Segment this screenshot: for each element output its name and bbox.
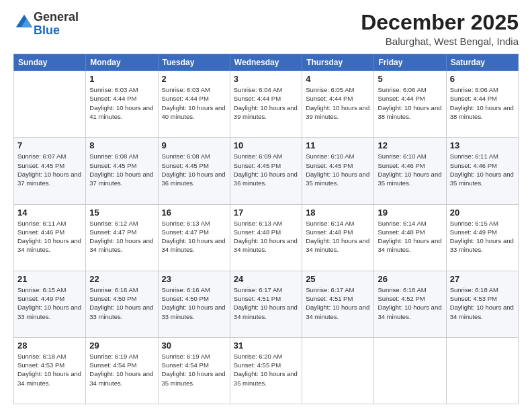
- calendar-cell: 31Sunrise: 6:20 AMSunset: 4:55 PMDayligh…: [230, 337, 302, 404]
- day-number: 21: [17, 274, 82, 284]
- calendar-cell: 10Sunrise: 6:09 AMSunset: 4:45 PMDayligh…: [230, 138, 302, 204]
- calendar-cell: 19Sunrise: 6:14 AMSunset: 4:48 PMDayligh…: [374, 204, 446, 271]
- calendar-cell: 15Sunrise: 6:12 AMSunset: 4:47 PMDayligh…: [86, 204, 158, 271]
- calendar-header-thursday: Thursday: [302, 54, 374, 71]
- day-info: Sunrise: 6:14 AMSunset: 4:48 PMDaylight:…: [378, 219, 442, 255]
- day-number: 17: [234, 208, 298, 218]
- calendar-cell: 17Sunrise: 6:13 AMSunset: 4:48 PMDayligh…: [230, 204, 302, 271]
- logo-blue-text: Blue: [34, 24, 60, 37]
- calendar-cell: 4Sunrise: 6:05 AMSunset: 4:44 PMDaylight…: [302, 71, 374, 138]
- day-info: Sunrise: 6:12 AMSunset: 4:47 PMDaylight:…: [89, 219, 154, 255]
- day-info: Sunrise: 6:19 AMSunset: 4:54 PMDaylight:…: [162, 352, 226, 387]
- day-number: 11: [306, 140, 370, 150]
- calendar-cell: 29Sunrise: 6:19 AMSunset: 4:54 PMDayligh…: [86, 337, 158, 404]
- calendar-header-monday: Monday: [86, 54, 158, 71]
- logo-icon: [15, 13, 34, 32]
- day-info: Sunrise: 6:11 AMSunset: 4:46 PMDaylight:…: [450, 152, 515, 187]
- calendar-cell: 16Sunrise: 6:13 AMSunset: 4:47 PMDayligh…: [158, 204, 230, 271]
- calendar-cell: 3Sunrise: 6:04 AMSunset: 4:44 PMDaylight…: [230, 71, 302, 138]
- calendar-cell: 11Sunrise: 6:10 AMSunset: 4:45 PMDayligh…: [302, 138, 374, 204]
- day-info: Sunrise: 6:18 AMSunset: 4:53 PMDaylight:…: [450, 285, 515, 321]
- header: General Blue December 2025 Balurghat, We…: [13, 11, 519, 47]
- day-info: Sunrise: 6:09 AMSunset: 4:45 PMDaylight:…: [234, 152, 298, 187]
- day-info: Sunrise: 6:16 AMSunset: 4:50 PMDaylight:…: [89, 285, 154, 321]
- calendar-cell: [374, 337, 446, 404]
- day-number: 26: [378, 274, 442, 284]
- calendar-table: SundayMondayTuesdayWednesdayThursdayFrid…: [13, 54, 519, 404]
- day-number: 7: [17, 140, 82, 150]
- day-info: Sunrise: 6:08 AMSunset: 4:45 PMDaylight:…: [89, 152, 154, 187]
- day-number: 31: [234, 340, 298, 351]
- calendar-cell: 24Sunrise: 6:17 AMSunset: 4:51 PMDayligh…: [230, 271, 302, 337]
- day-number: 18: [306, 208, 370, 218]
- calendar-cell: [446, 337, 518, 404]
- calendar-week-2: 7Sunrise: 6:07 AMSunset: 4:45 PMDaylight…: [14, 138, 519, 204]
- day-info: Sunrise: 6:07 AMSunset: 4:45 PMDaylight:…: [17, 152, 82, 187]
- day-number: 9: [162, 140, 226, 150]
- day-info: Sunrise: 6:08 AMSunset: 4:45 PMDaylight:…: [162, 152, 226, 187]
- day-info: Sunrise: 6:18 AMSunset: 4:53 PMDaylight:…: [17, 352, 82, 387]
- day-info: Sunrise: 6:13 AMSunset: 4:47 PMDaylight:…: [162, 219, 226, 255]
- day-number: 2: [162, 74, 226, 84]
- calendar-header-sunday: Sunday: [14, 54, 86, 71]
- day-number: 29: [89, 340, 154, 351]
- calendar-cell: 22Sunrise: 6:16 AMSunset: 4:50 PMDayligh…: [86, 271, 158, 337]
- day-info: Sunrise: 6:19 AMSunset: 4:54 PMDaylight:…: [89, 352, 154, 387]
- day-number: 5: [378, 74, 442, 84]
- day-info: Sunrise: 6:15 AMSunset: 4:49 PMDaylight:…: [450, 219, 515, 255]
- day-number: 14: [17, 208, 82, 218]
- calendar-cell: 12Sunrise: 6:10 AMSunset: 4:46 PMDayligh…: [374, 138, 446, 204]
- calendar-header-saturday: Saturday: [446, 54, 518, 71]
- day-number: 30: [162, 340, 226, 351]
- day-info: Sunrise: 6:16 AMSunset: 4:50 PMDaylight:…: [162, 285, 226, 321]
- calendar-week-5: 28Sunrise: 6:18 AMSunset: 4:53 PMDayligh…: [14, 337, 519, 404]
- day-info: Sunrise: 6:14 AMSunset: 4:48 PMDaylight:…: [306, 219, 370, 255]
- title-month: December 2025: [361, 11, 519, 34]
- day-info: Sunrise: 6:03 AMSunset: 4:44 PMDaylight:…: [89, 85, 154, 121]
- day-number: 6: [450, 74, 515, 84]
- calendar-cell: 30Sunrise: 6:19 AMSunset: 4:54 PMDayligh…: [158, 337, 230, 404]
- calendar-week-3: 14Sunrise: 6:11 AMSunset: 4:46 PMDayligh…: [14, 204, 519, 271]
- calendar-cell: [302, 337, 374, 404]
- calendar-header-tuesday: Tuesday: [158, 54, 230, 71]
- calendar-cell: 27Sunrise: 6:18 AMSunset: 4:53 PMDayligh…: [446, 271, 518, 337]
- day-info: Sunrise: 6:10 AMSunset: 4:46 PMDaylight:…: [378, 152, 442, 187]
- calendar-header-wednesday: Wednesday: [230, 54, 302, 71]
- day-number: 25: [306, 274, 370, 284]
- day-number: 12: [378, 140, 442, 150]
- day-number: 15: [89, 208, 154, 218]
- calendar-cell: 13Sunrise: 6:11 AMSunset: 4:46 PMDayligh…: [446, 138, 518, 204]
- day-number: 20: [450, 208, 515, 218]
- calendar-cell: 2Sunrise: 6:03 AMSunset: 4:44 PMDaylight…: [158, 71, 230, 138]
- day-number: 4: [306, 74, 370, 84]
- day-number: 19: [378, 208, 442, 218]
- calendar-cell: 5Sunrise: 6:06 AMSunset: 4:44 PMDaylight…: [374, 71, 446, 138]
- day-info: Sunrise: 6:10 AMSunset: 4:45 PMDaylight:…: [306, 152, 370, 187]
- calendar-cell: 20Sunrise: 6:15 AMSunset: 4:49 PMDayligh…: [446, 204, 518, 271]
- day-info: Sunrise: 6:03 AMSunset: 4:44 PMDaylight:…: [162, 85, 226, 121]
- calendar-header-row: SundayMondayTuesdayWednesdayThursdayFrid…: [14, 54, 519, 71]
- logo-general-text: General: [34, 10, 79, 24]
- day-info: Sunrise: 6:17 AMSunset: 4:51 PMDaylight:…: [234, 285, 298, 321]
- calendar-week-4: 21Sunrise: 6:15 AMSunset: 4:49 PMDayligh…: [14, 271, 519, 337]
- calendar-cell: 28Sunrise: 6:18 AMSunset: 4:53 PMDayligh…: [14, 337, 86, 404]
- day-info: Sunrise: 6:06 AMSunset: 4:44 PMDaylight:…: [450, 85, 515, 121]
- calendar-cell: 6Sunrise: 6:06 AMSunset: 4:44 PMDaylight…: [446, 71, 518, 138]
- day-info: Sunrise: 6:06 AMSunset: 4:44 PMDaylight:…: [378, 85, 442, 121]
- day-number: 16: [162, 208, 226, 218]
- day-number: 24: [234, 274, 298, 284]
- day-number: 22: [89, 274, 154, 284]
- calendar-week-1: 1Sunrise: 6:03 AMSunset: 4:44 PMDaylight…: [14, 71, 519, 138]
- calendar-cell: 7Sunrise: 6:07 AMSunset: 4:45 PMDaylight…: [14, 138, 86, 204]
- day-info: Sunrise: 6:20 AMSunset: 4:55 PMDaylight:…: [234, 352, 298, 387]
- calendar-cell: 26Sunrise: 6:18 AMSunset: 4:52 PMDayligh…: [374, 271, 446, 337]
- calendar-cell: 23Sunrise: 6:16 AMSunset: 4:50 PMDayligh…: [158, 271, 230, 337]
- day-info: Sunrise: 6:17 AMSunset: 4:51 PMDaylight:…: [306, 285, 370, 321]
- day-number: 3: [234, 74, 298, 84]
- calendar-cell: 1Sunrise: 6:03 AMSunset: 4:44 PMDaylight…: [86, 71, 158, 138]
- day-number: 8: [89, 140, 154, 150]
- calendar-cell: 21Sunrise: 6:15 AMSunset: 4:49 PMDayligh…: [14, 271, 86, 337]
- page: General Blue December 2025 Balurghat, We…: [0, 0, 532, 411]
- logo: General Blue: [13, 11, 79, 38]
- calendar-cell: 9Sunrise: 6:08 AMSunset: 4:45 PMDaylight…: [158, 138, 230, 204]
